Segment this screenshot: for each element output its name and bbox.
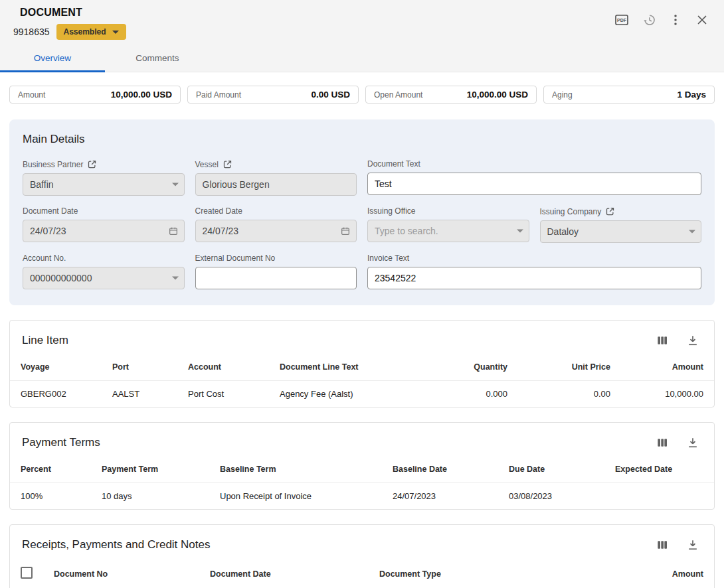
field-external-document-no: External Document No [195, 254, 357, 289]
cell-payment-term: 10 days [91, 483, 209, 510]
field-document-text: Document Text [367, 159, 701, 196]
cell-document-line-text: Agency Fee (Aalst) [269, 381, 418, 407]
header-left: DOCUMENT 9918635 Assembled [13, 7, 126, 40]
field-account-no: Account No. [23, 254, 185, 289]
external-link-icon[interactable] [605, 206, 615, 216]
column-header: Amount [621, 354, 714, 381]
table-header-row: Voyage Port Account Document Line Text Q… [10, 354, 714, 381]
receipts-section: Receipts, Payments and Credit Notes [9, 524, 715, 588]
download-icon [686, 538, 699, 551]
document-content: Amount 10,000.00 USD Paid Amount 0.00 US… [0, 72, 724, 588]
cell-voyage: GBERG002 [10, 381, 102, 407]
created-date-input[interactable] [195, 220, 357, 242]
column-header: Document Line Text [269, 354, 418, 381]
chevron-down-icon [517, 230, 523, 233]
cell-baseline-term: Upon Receipt of Invoice [209, 483, 382, 510]
column-header: Baseline Date [382, 456, 498, 483]
vessel-input[interactable] [195, 173, 357, 196]
column-header: Due Date [498, 456, 604, 483]
history-button[interactable] [639, 10, 659, 30]
close-button[interactable] [692, 10, 712, 30]
download-icon [686, 436, 699, 449]
more-menu-button[interactable] [666, 10, 685, 30]
cell-unit-price: 0.00 [518, 381, 621, 407]
kebab-menu-icon [668, 13, 683, 27]
document-date-input[interactable] [23, 220, 185, 242]
business-partner-input[interactable] [23, 173, 185, 196]
column-header: Account [177, 354, 269, 381]
tab-comments-label: Comments [136, 53, 179, 63]
line-item-table: Voyage Port Account Document Line Text Q… [10, 354, 714, 407]
download-button[interactable] [683, 536, 702, 554]
field-issuing-office: Issuing Office [367, 206, 529, 243]
field-label: External Document No [195, 254, 276, 263]
column-header: Percent [10, 456, 91, 483]
summary-value: 1 Days [677, 90, 706, 100]
column-header: Port [102, 354, 177, 381]
cell-due-date: 03/08/2023 [498, 483, 604, 510]
field-label: Document Text [367, 159, 420, 169]
download-button[interactable] [683, 433, 702, 452]
view-columns-icon [656, 436, 669, 449]
view-columns-icon [656, 334, 669, 347]
field-label: Vessel [195, 160, 219, 169]
account-no-input[interactable] [23, 267, 185, 289]
column-header: Document Type [369, 558, 621, 588]
cell-expected-date [604, 483, 714, 510]
summary-value: 10,000.00 USD [111, 90, 172, 100]
section-title: Payment Terms [22, 436, 100, 449]
calendar-icon [168, 226, 179, 236]
columns-button[interactable] [653, 331, 672, 350]
field-invoice-text: Invoice Text [367, 254, 701, 289]
svg-text:PDF: PDF [617, 18, 627, 23]
status-badge-label: Assembled [64, 27, 106, 37]
issuing-company-input[interactable] [540, 220, 702, 243]
field-label: Created Date [195, 206, 242, 216]
cell-percent: 100% [10, 483, 91, 510]
document-text-input[interactable] [367, 173, 701, 195]
field-label: Business Partner [23, 160, 83, 169]
section-title: Line Item [22, 334, 68, 347]
field-document-date: Document Date [23, 206, 185, 243]
summary-card-open-amount: Open Amount 10,000.00 USD [365, 86, 537, 104]
summary-value: 0.00 USD [311, 90, 350, 100]
main-details-section: Main Details Business Partner Vessel [9, 119, 715, 305]
pdf-button[interactable]: PDF [611, 9, 632, 31]
page-title: DOCUMENT [20, 7, 126, 19]
field-business-partner: Business Partner [23, 159, 185, 196]
close-icon [695, 13, 709, 27]
table-row[interactable]: GBERG002 AALST Port Cost Agency Fee (Aal… [10, 381, 714, 407]
field-label: Issuing Office [367, 206, 415, 216]
columns-button[interactable] [653, 433, 672, 452]
tab-overview[interactable]: Overview [0, 45, 105, 72]
cell-port: AALST [102, 381, 177, 407]
external-link-icon[interactable] [223, 159, 232, 169]
chevron-down-icon [172, 277, 179, 280]
download-icon [686, 334, 699, 347]
select-all-checkbox[interactable] [21, 567, 33, 579]
section-title: Main Details [23, 133, 701, 146]
table-header-row: Document No Document Date Document Type … [10, 558, 714, 588]
external-document-no-input[interactable] [195, 267, 357, 289]
column-header: Document Date [199, 558, 369, 588]
calendar-icon [340, 226, 351, 236]
field-created-date: Created Date [195, 206, 357, 243]
document-number: 9918635 [13, 27, 50, 37]
field-label: Account No. [23, 254, 66, 263]
cell-account: Port Cost [177, 381, 269, 407]
tab-comments[interactable]: Comments [105, 45, 210, 72]
download-button[interactable] [683, 331, 702, 350]
view-columns-icon [656, 538, 669, 551]
issuing-office-input[interactable] [367, 220, 529, 242]
external-link-icon[interactable] [87, 159, 97, 169]
summary-cards: Amount 10,000.00 USD Paid Amount 0.00 US… [9, 86, 715, 104]
summary-label: Aging [552, 90, 573, 100]
chevron-down-icon [112, 31, 119, 34]
status-badge[interactable]: Assembled [56, 24, 126, 40]
history-icon [642, 13, 656, 27]
field-label: Issuing Company [540, 207, 602, 216]
payment-terms-section: Payment Terms Percent Payment Term [9, 422, 715, 510]
table-row[interactable]: 100% 10 days Upon Receipt of Invoice 24/… [10, 483, 714, 510]
invoice-text-input[interactable] [367, 267, 701, 289]
columns-button[interactable] [653, 536, 672, 554]
